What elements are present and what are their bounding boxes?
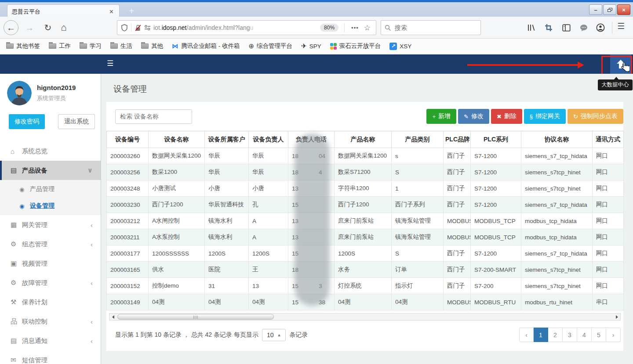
table-cell: 200003152 xyxy=(107,278,149,294)
table-row[interactable]: 200003248小唐测试小唐小唐13字符串12001西门子S7-1200sie… xyxy=(107,180,624,197)
table-row[interactable]: 2000031771200SSSSSS1200S1200S151200SS西门子… xyxy=(107,245,624,262)
table-cell: 04测 xyxy=(392,294,444,310)
horizontal-scrollbar[interactable] xyxy=(109,313,621,321)
button-label: 绑定网关 xyxy=(535,112,560,120)
screenshot-crop-icon[interactable] xyxy=(543,22,554,33)
bookmark-item[interactable]: ⊕综合管理平台 xyxy=(249,42,293,50)
menu-hamburger-icon[interactable]: ☰ xyxy=(617,21,625,31)
scrollbar-thumb[interactable] xyxy=(117,314,274,320)
table-row[interactable]: 200003165供水医院王18水务订单西门子S7-200-SMARTsieme… xyxy=(107,262,624,278)
window-restore-button[interactable] xyxy=(603,4,616,15)
back-button[interactable]: ← xyxy=(4,20,18,35)
bookmark-item[interactable]: 其他 xyxy=(141,42,163,50)
window-minimize-button[interactable]: – xyxy=(589,4,602,15)
sidebar-item[interactable]: ✉短信管理 xyxy=(0,350,101,364)
sidebar-item[interactable]: ▤消息通知‹ xyxy=(0,331,101,350)
new-tab-button[interactable]: + xyxy=(125,6,138,17)
home-button[interactable]: ⌂ xyxy=(56,20,71,35)
gears-icon: ⚙ xyxy=(11,240,22,248)
account-icon[interactable] xyxy=(595,22,606,33)
bookmark-label: 综合管理平台 xyxy=(257,42,292,50)
bookmark-item[interactable]: ⋈腾讯企业邮箱 - 收件箱 xyxy=(172,42,240,50)
sidebar-item[interactable]: ▤产品设备∨ xyxy=(0,161,101,180)
sidebar-item[interactable]: ⚙组态管理‹ xyxy=(0,234,101,254)
window-close-button[interactable]: × xyxy=(617,4,630,15)
pagination-info-suffix: 条记录 xyxy=(289,331,308,339)
page-actions-icon[interactable]: ••• xyxy=(351,25,359,31)
url-bar[interactable]: iot.idosp.net/admin/index.html?langu 80%… xyxy=(117,20,376,35)
tab-close-icon[interactable]: × xyxy=(108,8,115,16)
table-row[interactable]: 200003211A水泵控制镇海水利A13庶来门前泵站镇海泵站管理MODBUSM… xyxy=(107,229,624,245)
zoom-level-badge[interactable]: 80% xyxy=(320,24,338,32)
bookmark-item[interactable]: ✈SPY xyxy=(301,42,321,50)
per-page-select[interactable]: 10 ▲ xyxy=(262,329,286,341)
table-row[interactable]: 200003230西门子1200华辰智通科技孔15西门子1200西门子系列西门子… xyxy=(107,197,624,213)
sidebar-item[interactable]: ⌂系统总览 xyxy=(0,141,101,161)
table-row[interactable]: 200003212A水闸控制镇海水利A13庶来门前泵站镇海泵站管理MODBUSM… xyxy=(107,213,624,229)
sidebar-toggle-icon[interactable] xyxy=(561,22,571,33)
browser-search[interactable] xyxy=(381,20,481,35)
column-header: 设备所属客户 xyxy=(205,131,249,148)
action-button-delete[interactable]: ✖删除 xyxy=(491,109,522,124)
table-row[interactable]: 200003256数采1200华辰华辰184数采S71200S西门子S7-120… xyxy=(107,164,624,180)
sidebar-item[interactable]: ▦网关管理‹ xyxy=(0,215,101,234)
browser-search-input[interactable] xyxy=(394,24,464,32)
web-page: ☰ 大数据中心 hignton2019 系统管理员 修改密码 退出系统 ⌂系统总… xyxy=(0,54,633,364)
sidebar-subitem[interactable]: ◉设备管理 xyxy=(0,198,101,214)
sidebar-subitem[interactable]: ◉产品管理 xyxy=(0,181,101,198)
table-cell: 王 xyxy=(249,262,288,278)
scroll-right-icon[interactable] xyxy=(613,314,620,320)
table-row[interactable]: 200003260数据网关采集1200华辰华辰1804数据网关采集1200s西门… xyxy=(107,148,624,164)
lock-crossed-icon[interactable] xyxy=(135,24,142,32)
change-password-button[interactable]: 修改密码 xyxy=(9,114,45,129)
sidebar-item[interactable]: ▣视频管理 xyxy=(0,254,101,273)
table-cell: 西门子系列 xyxy=(392,197,444,213)
bookmark-label: 其他书签 xyxy=(16,42,40,50)
bookmarks-bar: 其他书签工作学习生活其他⋈腾讯企业邮箱 - 收件箱⊕综合管理平台✈SPY萤石云开… xyxy=(0,39,633,54)
page-button[interactable]: › xyxy=(606,328,621,342)
permissions-icon[interactable] xyxy=(144,25,151,31)
page-button[interactable]: 5 xyxy=(592,328,606,342)
library-icon[interactable] xyxy=(526,22,536,33)
caret-up-icon: ▲ xyxy=(277,333,281,337)
url-text[interactable]: iot.idosp.net/admin/index.html?langu xyxy=(153,24,317,31)
reload-button[interactable]: ↻ xyxy=(40,20,55,35)
scroll-left-icon[interactable] xyxy=(109,314,116,320)
bookmark-item[interactable]: 生活 xyxy=(110,42,132,50)
bookmark-star-icon[interactable]: ☆ xyxy=(364,23,371,32)
action-button-edit[interactable]: ✎修改 xyxy=(458,109,489,124)
action-button-force-sync[interactable]: ↻强制同步点表 xyxy=(568,109,623,124)
table-cell: 西门子 xyxy=(444,180,471,197)
table-cell: 华辰 xyxy=(249,164,288,180)
page-button[interactable]: 4 xyxy=(577,328,592,342)
sidebar-item-label: 组态管理 xyxy=(22,240,47,249)
table-cell: modbus_rtu_hinet xyxy=(521,294,593,310)
forward-button[interactable]: → xyxy=(22,20,37,35)
chat-bubble-icon[interactable] xyxy=(578,22,589,33)
bookmark-item[interactable]: 工作 xyxy=(49,42,71,50)
table-cell: 网口 xyxy=(593,278,624,294)
shield-icon[interactable] xyxy=(121,24,128,32)
page-button[interactable]: 3 xyxy=(563,328,577,342)
table-cell: S7-1200 xyxy=(471,180,521,197)
logout-button[interactable]: 退出系统 xyxy=(58,114,95,129)
action-button-bind-gateway[interactable]: §绑定网关 xyxy=(524,109,566,124)
table-row[interactable]: 20000314904测04测04测153804测04测MODBUSMODBUS… xyxy=(107,294,624,310)
bookmark-item[interactable]: 其他书签 xyxy=(6,42,40,50)
sidebar-item[interactable]: ⚙故障管理‹ xyxy=(0,273,101,292)
table-row[interactable]: 200003152控制demo3113153灯控系统指示灯西门子S7-200si… xyxy=(107,278,624,294)
table-cell: siemens_s7_tcp_hidata xyxy=(521,245,593,262)
action-button-add[interactable]: +新增 xyxy=(426,109,456,124)
sidebar-collapse-icon[interactable]: ☰ xyxy=(107,59,113,68)
page-button[interactable]: ‹ xyxy=(519,328,534,342)
page-button[interactable]: 1 xyxy=(534,328,548,342)
sidebar-item[interactable]: ⚒保养计划 xyxy=(0,292,101,312)
bookmark-item[interactable]: 萤石云开放平台 xyxy=(330,42,381,50)
bookmark-item[interactable]: ↗XSY xyxy=(389,43,411,50)
device-search-input[interactable] xyxy=(115,109,192,124)
sidebar-item[interactable]: 品联动控制‹ xyxy=(0,312,101,331)
page-button[interactable]: 2 xyxy=(548,328,563,342)
circle-dot-icon: ◉ xyxy=(19,203,30,209)
bookmark-item[interactable]: 学习 xyxy=(80,42,102,50)
browser-titlebar: 思普云平台 × + – × xyxy=(0,0,633,17)
